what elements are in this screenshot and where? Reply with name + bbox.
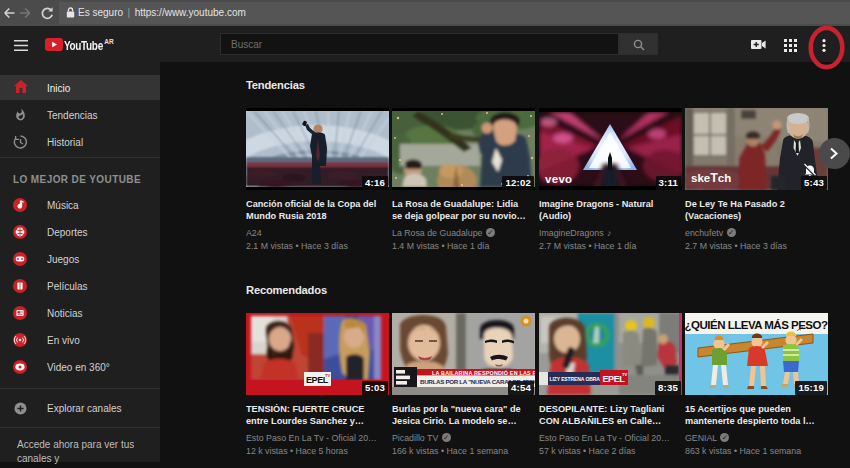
svg-text:¿QUIÉN LLEVA MÁS PESO?: ¿QUIÉN LLEVA MÁS PESO? [685,319,828,332]
svg-text:LIZY ESTRENA OBRA: LIZY ESTRENA OBRA [550,376,601,382]
svg-text:skeTch: skeTch [691,171,731,185]
svg-text:vevo: vevo [545,173,572,185]
svg-text:LA BAILARINA RESPONDIÓ EN LAS: LA BAILARINA RESPONDIÓ EN LAS REDES [432,369,535,376]
svg-text:TV: TV [325,373,330,378]
svg-text:TV: TV [622,372,627,377]
